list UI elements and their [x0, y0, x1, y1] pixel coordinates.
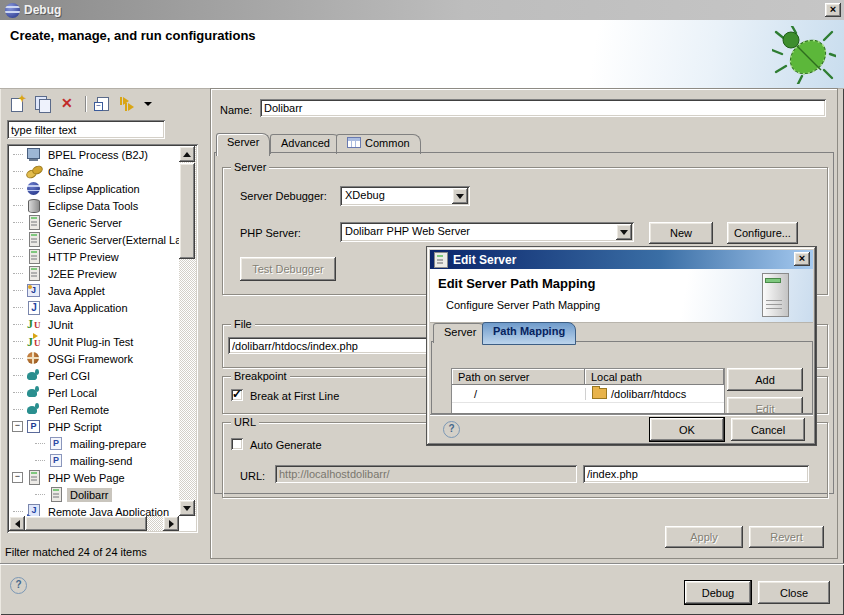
tree-connector [13, 324, 23, 325]
vertical-scroll-thumb[interactable] [179, 163, 195, 259]
tree-item-generic-server[interactable]: Generic Server [9, 214, 179, 231]
server-icon [434, 252, 448, 268]
name-label: Name: [220, 104, 252, 116]
combo-dropdown-icon[interactable] [452, 188, 468, 204]
tree-item-remote-java-application[interactable]: Remote Java Application [9, 503, 179, 516]
horizontal-scroll-thumb[interactable] [25, 516, 147, 531]
tree-item-generic-server-external-la[interactable]: Generic Server(External La [9, 231, 179, 248]
duplicate-configuration-icon[interactable] [32, 94, 54, 114]
tree-item-label: BPEL Process (B2J) [45, 148, 151, 162]
tree-connector [13, 188, 23, 189]
url-path-input[interactable] [583, 465, 809, 483]
server-icon [26, 232, 42, 247]
close-button[interactable]: Close [758, 581, 830, 604]
php-server-value: Dolibarr PHP Web Server [345, 225, 470, 237]
window-titlebar[interactable]: Debug × [0, 0, 844, 20]
configure-server-button[interactable]: Configure... [727, 222, 798, 244]
scroll-down-icon[interactable] [179, 500, 195, 516]
tree-connector [13, 205, 23, 206]
tree-item-eclipse-data-tools[interactable]: Eclipse Data Tools [9, 197, 179, 214]
php-file-icon [48, 436, 64, 451]
tree-item-mailing-prepare[interactable]: mailing-prepare [9, 435, 179, 452]
junit-plugin-icon [26, 334, 42, 349]
eclipse-icon [26, 181, 42, 196]
php-server-combo[interactable]: Dolibarr PHP Web Server [340, 222, 634, 242]
dialog-subheading: Configure Server Path Mapping [446, 299, 600, 311]
dialog-tab-server[interactable]: Server [433, 323, 487, 343]
filter-launch-configurations-icon[interactable] [117, 94, 139, 114]
tree-item-dolibarr[interactable]: Dolibarr [9, 486, 179, 503]
new-configuration-icon[interactable]: ✦ [7, 94, 29, 114]
tree-item-j2ee-preview[interactable]: J2EE Preview [9, 265, 179, 282]
cancel-button[interactable]: Cancel [731, 418, 805, 441]
collapse-toggle-icon[interactable]: − [12, 421, 23, 432]
filter-input[interactable] [7, 120, 165, 139]
tree-item-label: Perl CGI [45, 369, 93, 383]
break-first-line-checkbox[interactable]: ✓ [231, 389, 243, 401]
applet-icon [26, 283, 42, 298]
tree-item-junit-plug-in-test[interactable]: JUnit Plug-in Test [9, 333, 179, 350]
tree-item-bpel-process-b2j-[interactable]: BPEL Process (B2J) [9, 146, 179, 163]
auto-generate-checkbox[interactable]: ✓ [231, 438, 243, 450]
tree-item-cha-ne[interactable]: Chaîne [9, 163, 179, 180]
footer-separator [0, 563, 844, 565]
tree-item-label: Java Applet [45, 284, 108, 298]
tree-item-label: Perl Remote [45, 403, 112, 417]
close-window-icon[interactable]: × [825, 3, 841, 17]
tree-connector [13, 171, 23, 172]
common-tab-icon [347, 137, 361, 148]
dialog-separator [430, 414, 813, 416]
column-header-local-path[interactable]: Local path [585, 369, 724, 385]
tree-connector [35, 494, 45, 495]
new-server-button[interactable]: New [649, 222, 713, 244]
configurations-tree-frame: BPEL Process (B2J)ChaîneEclipse Applicat… [7, 144, 198, 533]
tab-advanced[interactable]: Advanced [270, 134, 341, 154]
scroll-left-icon[interactable] [9, 516, 25, 531]
scroll-right-icon[interactable] [163, 516, 179, 531]
tree-item-java-application[interactable]: Java Application [9, 299, 179, 316]
tree-vertical-scrollbar[interactable] [179, 146, 196, 516]
auto-generate-label: Auto Generate [250, 439, 322, 451]
perl-icon [26, 368, 42, 383]
tree-item-perl-local[interactable]: Perl Local [9, 384, 179, 401]
filter-menu-dropdown-icon[interactable] [142, 94, 152, 114]
help-icon[interactable]: ? [10, 577, 27, 594]
tab-server[interactable]: Server [216, 133, 270, 156]
column-header-path-on-server[interactable]: Path on server [452, 369, 585, 385]
dialog-tab-path-mapping[interactable]: Path Mapping [482, 322, 576, 345]
combo-dropdown-icon[interactable] [616, 224, 632, 240]
add-mapping-button[interactable]: Add [727, 368, 803, 391]
ok-button[interactable]: OK [650, 418, 724, 441]
tree-item-perl-cgi[interactable]: Perl CGI [9, 367, 179, 384]
tree-item-eclipse-application[interactable]: Eclipse Application [9, 180, 179, 197]
scroll-up-icon[interactable] [179, 146, 195, 162]
tree-item-php-script[interactable]: −PHP Script [9, 418, 179, 435]
path-mapping-row[interactable]: //dolibarr/htdocs [452, 385, 724, 403]
tree-item-perl-remote[interactable]: Perl Remote [9, 401, 179, 418]
edit-mapping-button: Edit [727, 397, 803, 414]
tree-connector [13, 511, 23, 512]
delete-configuration-icon[interactable]: ✕ [57, 94, 79, 114]
dialog-titlebar[interactable]: Edit Server × [430, 250, 813, 269]
collapse-toggle-icon[interactable]: − [12, 472, 23, 483]
php-icon [26, 419, 42, 434]
server-debugger-combo[interactable]: XDebug [340, 186, 470, 206]
tree-toolbar: ✦ ✕ − [7, 92, 152, 116]
debug-button[interactable]: Debug [685, 581, 751, 604]
tree-horizontal-scrollbar[interactable] [9, 516, 179, 531]
close-dialog-icon[interactable]: × [794, 252, 810, 266]
tree-item-junit[interactable]: JUnit [9, 316, 179, 333]
tree-item-http-preview[interactable]: HTTP Preview [9, 248, 179, 265]
tree-item-php-web-page[interactable]: −PHP Web Page [9, 469, 179, 486]
path-on-server-cell: / [452, 388, 586, 400]
tree-item-java-applet[interactable]: Java Applet [9, 282, 179, 299]
tree-item-mailing-send[interactable]: mailing-send [9, 452, 179, 469]
osgi-icon [26, 351, 42, 366]
tree-item-osgi-framework[interactable]: OSGi Framework [9, 350, 179, 367]
path-mapping-table[interactable]: Path on server Local path //dolibarr/htd… [451, 368, 725, 414]
name-input[interactable] [260, 99, 826, 117]
collapse-all-icon[interactable]: − [92, 94, 114, 114]
tab-common[interactable]: Common [336, 134, 421, 154]
dialog-help-icon[interactable]: ? [443, 421, 460, 438]
php-server-label: PHP Server: [240, 227, 301, 239]
